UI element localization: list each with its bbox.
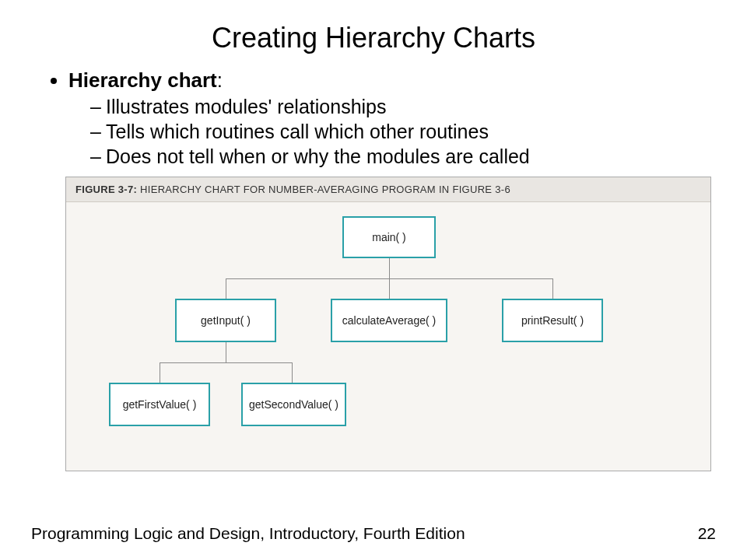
footer: Programming Logic and Design, Introducto…	[31, 524, 716, 543]
sub-bullet-list: Illustrates modules' relationships Tells…	[68, 94, 699, 169]
node-calculateaverage: calculateAverage( )	[331, 299, 447, 342]
bullet-lead: Hierarchy chart: Illustrates modules' re…	[68, 68, 699, 169]
sub-bullet: Illustrates modules' relationships	[90, 94, 699, 119]
node-getinput: getInput( )	[175, 299, 276, 342]
connector	[389, 258, 390, 278]
figure-diagram: main( ) getInput( ) calculateAverage( ) …	[66, 202, 710, 471]
connector	[226, 342, 226, 362]
connector	[552, 278, 553, 299]
lead-label: Hierarchy chart	[68, 68, 217, 92]
connector	[226, 278, 226, 299]
footer-text: Programming Logic and Design, Introducto…	[31, 524, 465, 543]
slide-title: Creating Hierarchy Charts	[0, 0, 747, 68]
figure-caption: HIERARCHY CHART FOR NUMBER-AVERAGING PRO…	[140, 184, 510, 195]
connector	[160, 362, 160, 383]
figure-header: FIGURE 3-7: HIERARCHY CHART FOR NUMBER-A…	[66, 177, 710, 202]
connector	[292, 362, 293, 383]
lead-colon: :	[217, 68, 223, 92]
figure-label: FIGURE 3-7:	[75, 184, 137, 195]
page-number: 22	[698, 524, 716, 543]
sub-bullet: Does not tell when or why the modules ar…	[90, 144, 699, 169]
figure-box: FIGURE 3-7: HIERARCHY CHART FOR NUMBER-A…	[65, 177, 711, 471]
sub-bullet: Tells which routines call which other ro…	[90, 119, 699, 144]
bullet-list: Hierarchy chart: Illustrates modules' re…	[48, 68, 699, 169]
node-getfirstvalue: getFirstValue( )	[109, 383, 210, 426]
connector	[160, 362, 292, 363]
slide-content: Hierarchy chart: Illustrates modules' re…	[0, 68, 747, 471]
node-getsecondvalue: getSecondValue( )	[241, 383, 346, 426]
node-printresult: printResult( )	[502, 299, 603, 342]
node-main: main( )	[342, 216, 436, 258]
connector	[389, 278, 390, 299]
